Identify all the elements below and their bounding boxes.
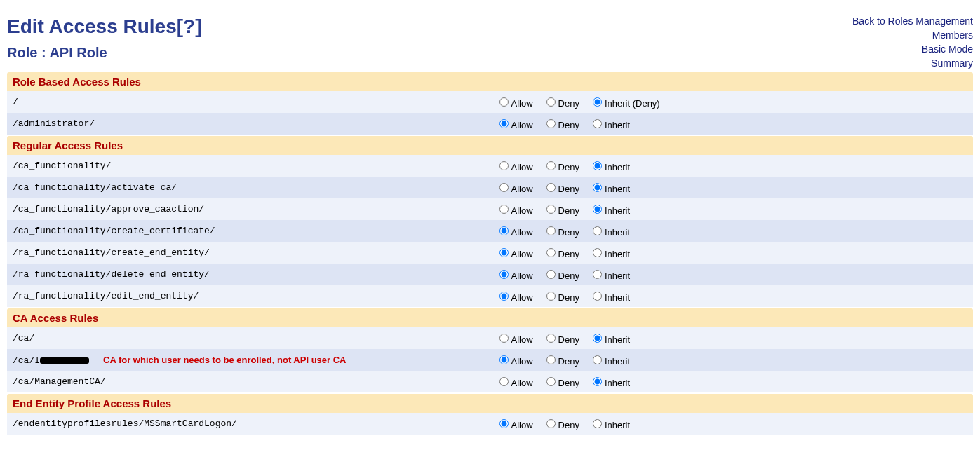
- deny-radio[interactable]: [546, 161, 556, 170]
- allow-radio-label[interactable]: Allow: [496, 184, 533, 194]
- allow-radio-label[interactable]: Allow: [496, 162, 533, 172]
- allow-radio[interactable]: [499, 292, 509, 301]
- link-summary[interactable]: Summary: [852, 57, 973, 69]
- allow-radio-text: Allow: [511, 98, 533, 109]
- rules-table: /ca_functionality/AllowDenyInherit/ca_fu…: [7, 155, 973, 307]
- deny-radio-label[interactable]: Deny: [543, 356, 579, 367]
- inherit-radio[interactable]: [593, 205, 602, 214]
- inherit-radio[interactable]: [593, 270, 602, 279]
- deny-radio[interactable]: [546, 355, 556, 364]
- rule-controls: AllowDenyInherit: [490, 264, 974, 285]
- allow-radio[interactable]: [499, 183, 509, 192]
- deny-radio[interactable]: [546, 119, 556, 128]
- deny-radio-label[interactable]: Deny: [543, 334, 579, 345]
- deny-radio-label[interactable]: Deny: [543, 120, 579, 130]
- inherit-radio-label[interactable]: Inherit: [589, 120, 630, 130]
- inherit-radio[interactable]: [593, 248, 602, 257]
- allow-radio-label[interactable]: Allow: [496, 271, 533, 281]
- allow-radio[interactable]: [499, 205, 509, 214]
- help-link[interactable]: ?: [183, 15, 195, 37]
- allow-radio-label[interactable]: Allow: [496, 249, 533, 259]
- inherit-radio[interactable]: [593, 183, 602, 192]
- deny-radio-label[interactable]: Deny: [543, 292, 579, 303]
- deny-radio-label[interactable]: Deny: [543, 162, 579, 172]
- allow-radio[interactable]: [499, 270, 509, 279]
- deny-radio-label[interactable]: Deny: [543, 420, 579, 430]
- deny-radio[interactable]: [546, 97, 556, 107]
- inherit-radio[interactable]: [593, 292, 602, 301]
- link-basic-mode[interactable]: Basic Mode: [852, 43, 973, 55]
- deny-radio[interactable]: [546, 248, 556, 257]
- link-back-roles-management[interactable]: Back to Roles Management: [852, 15, 973, 27]
- page-title-text: Edit Access Rules: [7, 15, 177, 37]
- inherit-radio[interactable]: [593, 377, 602, 386]
- allow-radio[interactable]: [499, 377, 509, 386]
- inherit-radio-label[interactable]: Inherit: [589, 162, 630, 172]
- allow-radio-label[interactable]: Allow: [496, 378, 533, 388]
- allow-radio-label[interactable]: Allow: [496, 356, 533, 367]
- allow-radio-label[interactable]: Allow: [496, 334, 533, 345]
- deny-radio-label[interactable]: Deny: [543, 205, 579, 216]
- deny-radio[interactable]: [546, 226, 556, 235]
- allow-radio[interactable]: [499, 226, 509, 235]
- rule-controls: AllowDenyInherit: [490, 413, 974, 435]
- rule-path: /ca_functionality/: [7, 155, 490, 177]
- deny-radio-label[interactable]: Deny: [543, 227, 579, 238]
- section-header: End Entity Profile Access Rules: [7, 394, 973, 413]
- allow-radio[interactable]: [499, 119, 509, 128]
- allow-radio-label[interactable]: Allow: [496, 420, 533, 430]
- rule-controls: AllowDenyInherit: [490, 327, 974, 349]
- allow-radio-label[interactable]: Allow: [496, 120, 533, 130]
- rule-path: /: [7, 91, 490, 113]
- deny-radio-text: Deny: [558, 227, 579, 238]
- inherit-radio-label[interactable]: Inherit: [589, 205, 630, 216]
- inherit-radio-label[interactable]: Inherit: [589, 271, 630, 281]
- deny-radio-label[interactable]: Deny: [543, 98, 579, 109]
- deny-radio-label[interactable]: Deny: [543, 271, 579, 281]
- inherit-radio-label[interactable]: Inherit: [589, 420, 630, 430]
- inherit-radio-label[interactable]: Inherit (Deny): [589, 98, 660, 109]
- deny-radio-label[interactable]: Deny: [543, 249, 579, 259]
- deny-radio[interactable]: [546, 183, 556, 192]
- rule-row: /ca_functionality/AllowDenyInherit: [7, 155, 973, 177]
- inherit-radio-label[interactable]: Inherit: [589, 292, 630, 303]
- deny-radio[interactable]: [546, 205, 556, 214]
- inherit-radio[interactable]: [593, 334, 602, 343]
- deny-radio[interactable]: [546, 377, 556, 386]
- allow-radio[interactable]: [499, 248, 509, 257]
- deny-radio[interactable]: [546, 292, 556, 301]
- inherit-radio[interactable]: [593, 226, 602, 235]
- inherit-radio[interactable]: [593, 355, 602, 364]
- deny-radio-text: Deny: [558, 292, 579, 303]
- deny-radio-text: Deny: [558, 334, 579, 345]
- allow-radio-label[interactable]: Allow: [496, 292, 533, 303]
- inherit-radio[interactable]: [593, 161, 602, 170]
- inherit-radio[interactable]: [593, 97, 602, 107]
- rule-path: /ca/ManagementCA/: [7, 371, 490, 392]
- deny-radio[interactable]: [546, 334, 556, 343]
- inherit-radio[interactable]: [593, 419, 602, 428]
- deny-radio-label[interactable]: Deny: [543, 184, 579, 194]
- allow-radio[interactable]: [499, 97, 509, 107]
- inherit-radio-label[interactable]: Inherit: [589, 334, 630, 345]
- inherit-radio-label[interactable]: Inherit: [589, 184, 630, 194]
- allow-radio[interactable]: [499, 334, 509, 343]
- inherit-radio-label[interactable]: Inherit: [589, 249, 630, 259]
- rule-row: /ca/ManagementCA/AllowDenyInherit: [7, 371, 973, 392]
- deny-radio-text: Deny: [558, 162, 579, 172]
- deny-radio[interactable]: [546, 419, 556, 428]
- allow-radio-label[interactable]: Allow: [496, 205, 533, 216]
- allow-radio-label[interactable]: Allow: [496, 98, 533, 109]
- inherit-radio-label[interactable]: Inherit: [589, 378, 630, 388]
- allow-radio-label[interactable]: Allow: [496, 227, 533, 238]
- link-members[interactable]: Members: [852, 29, 973, 41]
- deny-radio[interactable]: [546, 270, 556, 279]
- inherit-radio-label[interactable]: Inherit: [589, 227, 630, 238]
- allow-radio[interactable]: [499, 419, 509, 428]
- inherit-radio[interactable]: [593, 119, 602, 128]
- allow-radio[interactable]: [499, 355, 509, 364]
- inherit-radio-text: Inherit: [605, 120, 630, 130]
- inherit-radio-label[interactable]: Inherit: [589, 356, 630, 367]
- deny-radio-label[interactable]: Deny: [543, 378, 579, 388]
- allow-radio[interactable]: [499, 161, 509, 170]
